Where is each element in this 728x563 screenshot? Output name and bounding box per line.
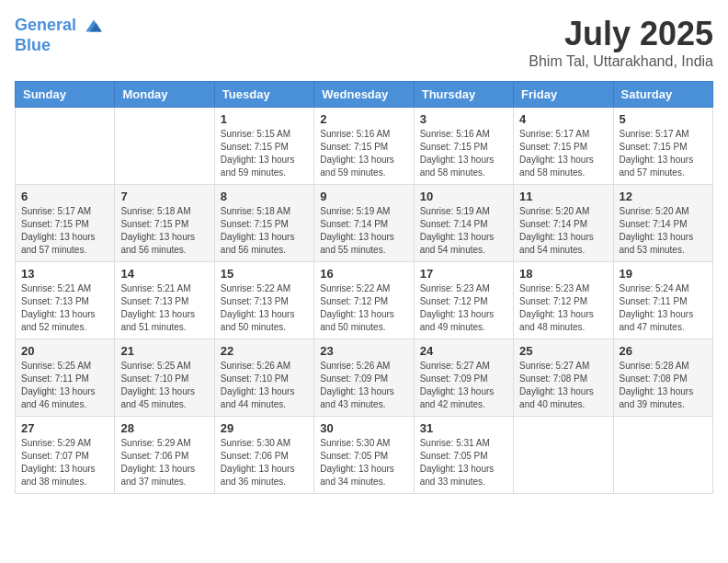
day-info: Sunrise: 5:24 AMSunset: 7:11 PMDaylight:… [620, 282, 707, 334]
day-number: 15 [221, 267, 308, 281]
calendar-cell: 24Sunrise: 5:27 AMSunset: 7:09 PMDayligh… [414, 339, 513, 417]
calendar-cell: 12Sunrise: 5:20 AMSunset: 7:14 PMDayligh… [613, 185, 712, 262]
day-info: Sunrise: 5:20 AMSunset: 7:14 PMDaylight:… [620, 205, 707, 257]
logo-text: General [15, 15, 105, 37]
calendar-cell: 5Sunrise: 5:17 AMSunset: 7:15 PMDaylight… [613, 108, 712, 185]
calendar-cell: 6Sunrise: 5:17 AMSunset: 7:15 PMDaylight… [16, 185, 115, 262]
day-number: 7 [120, 190, 208, 203]
calendar-header-row: SundayMondayTuesdayWednesdayThursdayFrid… [16, 82, 713, 108]
calendar-cell: 23Sunrise: 5:26 AMSunset: 7:09 PMDayligh… [314, 339, 414, 417]
day-info: Sunrise: 5:26 AMSunset: 7:09 PMDaylight:… [320, 360, 407, 411]
calendar-cell [115, 108, 214, 185]
calendar-cell [514, 417, 613, 494]
day-number: 26 [620, 344, 707, 358]
weekday-header: Friday [514, 82, 613, 108]
day-number: 10 [420, 190, 507, 203]
calendar-week-row: 6Sunrise: 5:17 AMSunset: 7:15 PMDaylight… [16, 185, 713, 262]
logo: General Blue [15, 15, 105, 55]
day-info: Sunrise: 5:27 AMSunset: 7:09 PMDaylight:… [420, 360, 507, 411]
day-number: 12 [620, 190, 707, 203]
day-info: Sunrise: 5:19 AMSunset: 7:14 PMDaylight:… [420, 205, 507, 257]
calendar-cell: 3Sunrise: 5:16 AMSunset: 7:15 PMDaylight… [414, 108, 513, 185]
day-info: Sunrise: 5:16 AMSunset: 7:15 PMDaylight:… [320, 128, 407, 179]
calendar-cell: 13Sunrise: 5:21 AMSunset: 7:13 PMDayligh… [16, 262, 115, 339]
calendar-cell [16, 108, 115, 185]
day-number: 21 [120, 344, 208, 358]
page-header: General Blue July 2025 Bhim Tal, Uttarak… [15, 15, 713, 70]
calendar-week-row: 27Sunrise: 5:29 AMSunset: 7:07 PMDayligh… [16, 417, 713, 494]
day-number: 8 [221, 190, 308, 203]
calendar-cell: 27Sunrise: 5:29 AMSunset: 7:07 PMDayligh… [16, 417, 115, 494]
day-info: Sunrise: 5:17 AMSunset: 7:15 PMDaylight:… [519, 128, 607, 179]
calendar-cell: 7Sunrise: 5:18 AMSunset: 7:15 PMDaylight… [115, 185, 214, 262]
calendar-cell: 14Sunrise: 5:21 AMSunset: 7:13 PMDayligh… [115, 262, 214, 339]
day-info: Sunrise: 5:25 AMSunset: 7:10 PMDaylight:… [120, 360, 208, 411]
day-info: Sunrise: 5:25 AMSunset: 7:11 PMDaylight:… [21, 360, 108, 411]
location-title: Bhim Tal, Uttarakhand, India [529, 53, 713, 70]
day-info: Sunrise: 5:22 AMSunset: 7:12 PMDaylight:… [320, 282, 407, 334]
day-info: Sunrise: 5:18 AMSunset: 7:15 PMDaylight:… [120, 205, 208, 257]
calendar-cell: 31Sunrise: 5:31 AMSunset: 7:05 PMDayligh… [414, 417, 513, 494]
day-info: Sunrise: 5:28 AMSunset: 7:08 PMDaylight:… [620, 360, 707, 411]
day-number: 9 [320, 190, 407, 203]
calendar-cell: 9Sunrise: 5:19 AMSunset: 7:14 PMDaylight… [314, 185, 414, 262]
day-info: Sunrise: 5:19 AMSunset: 7:14 PMDaylight:… [320, 205, 407, 257]
day-info: Sunrise: 5:16 AMSunset: 7:15 PMDaylight:… [420, 128, 507, 179]
day-number: 29 [221, 421, 308, 435]
weekday-header: Wednesday [314, 82, 414, 108]
day-info: Sunrise: 5:30 AMSunset: 7:06 PMDaylight:… [221, 437, 308, 488]
day-number: 20 [21, 344, 108, 358]
weekday-header: Tuesday [214, 82, 313, 108]
calendar-cell: 10Sunrise: 5:19 AMSunset: 7:14 PMDayligh… [414, 185, 513, 262]
day-number: 2 [320, 112, 407, 126]
day-info: Sunrise: 5:26 AMSunset: 7:10 PMDaylight:… [221, 360, 308, 411]
day-number: 3 [420, 112, 507, 126]
day-number: 14 [120, 267, 208, 281]
weekday-header: Thursday [414, 82, 513, 108]
calendar-week-row: 1Sunrise: 5:15 AMSunset: 7:15 PMDaylight… [16, 108, 713, 185]
day-number: 31 [420, 421, 507, 435]
day-info: Sunrise: 5:21 AMSunset: 7:13 PMDaylight:… [21, 282, 108, 334]
day-info: Sunrise: 5:23 AMSunset: 7:12 PMDaylight:… [420, 282, 507, 334]
day-number: 11 [519, 190, 607, 203]
day-info: Sunrise: 5:27 AMSunset: 7:08 PMDaylight:… [519, 360, 607, 411]
day-info: Sunrise: 5:29 AMSunset: 7:06 PMDaylight:… [120, 437, 208, 488]
day-info: Sunrise: 5:20 AMSunset: 7:14 PMDaylight:… [519, 205, 607, 257]
calendar-table: SundayMondayTuesdayWednesdayThursdayFrid… [15, 81, 713, 494]
day-number: 19 [620, 267, 707, 281]
calendar-cell: 28Sunrise: 5:29 AMSunset: 7:06 PMDayligh… [115, 417, 214, 494]
day-number: 16 [320, 267, 407, 281]
day-number: 17 [420, 267, 507, 281]
month-title: July 2025 [529, 15, 713, 53]
day-number: 18 [519, 267, 607, 281]
day-info: Sunrise: 5:30 AMSunset: 7:05 PMDaylight:… [320, 437, 407, 488]
day-number: 6 [21, 190, 108, 203]
day-info: Sunrise: 5:22 AMSunset: 7:13 PMDaylight:… [221, 282, 308, 334]
calendar-cell: 30Sunrise: 5:30 AMSunset: 7:05 PMDayligh… [314, 417, 414, 494]
day-number: 1 [221, 112, 308, 126]
calendar-cell: 17Sunrise: 5:23 AMSunset: 7:12 PMDayligh… [414, 262, 513, 339]
calendar-cell: 15Sunrise: 5:22 AMSunset: 7:13 PMDayligh… [214, 262, 313, 339]
calendar-cell: 18Sunrise: 5:23 AMSunset: 7:12 PMDayligh… [514, 262, 613, 339]
day-info: Sunrise: 5:17 AMSunset: 7:15 PMDaylight:… [620, 128, 707, 179]
calendar-cell: 2Sunrise: 5:16 AMSunset: 7:15 PMDaylight… [314, 108, 414, 185]
day-info: Sunrise: 5:17 AMSunset: 7:15 PMDaylight:… [21, 205, 108, 257]
day-number: 27 [21, 421, 108, 435]
calendar-cell: 1Sunrise: 5:15 AMSunset: 7:15 PMDaylight… [214, 108, 313, 185]
calendar-cell: 19Sunrise: 5:24 AMSunset: 7:11 PMDayligh… [613, 262, 712, 339]
calendar-cell: 8Sunrise: 5:18 AMSunset: 7:15 PMDaylight… [214, 185, 313, 262]
calendar-cell: 20Sunrise: 5:25 AMSunset: 7:11 PMDayligh… [16, 339, 115, 417]
day-number: 25 [519, 344, 607, 358]
day-info: Sunrise: 5:29 AMSunset: 7:07 PMDaylight:… [21, 437, 108, 488]
day-info: Sunrise: 5:18 AMSunset: 7:15 PMDaylight:… [221, 205, 308, 257]
title-block: July 2025 Bhim Tal, Uttarakhand, India [529, 15, 713, 70]
weekday-header: Sunday [16, 82, 115, 108]
calendar-cell: 29Sunrise: 5:30 AMSunset: 7:06 PMDayligh… [214, 417, 313, 494]
day-number: 13 [21, 267, 108, 281]
day-info: Sunrise: 5:15 AMSunset: 7:15 PMDaylight:… [221, 128, 308, 179]
day-number: 5 [620, 112, 707, 126]
day-number: 28 [120, 421, 208, 435]
day-number: 23 [320, 344, 407, 358]
day-number: 30 [320, 421, 407, 435]
calendar-cell: 4Sunrise: 5:17 AMSunset: 7:15 PMDaylight… [514, 108, 613, 185]
